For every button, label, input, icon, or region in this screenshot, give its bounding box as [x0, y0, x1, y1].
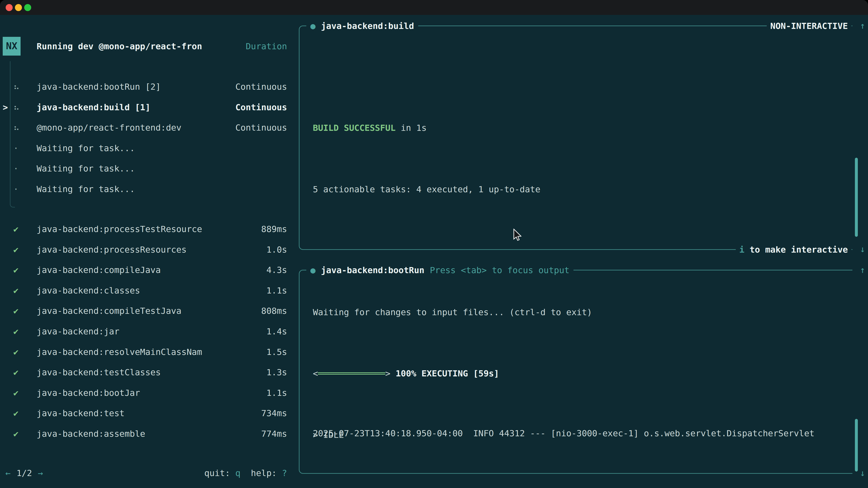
task-duration: 808ms — [261, 301, 287, 321]
task-row[interactable]: > · Waiting for task... — [0, 138, 287, 159]
task-row[interactable]: ✔ java-backend:processResources 1.0s — [0, 239, 287, 260]
task-row[interactable]: > ⠦ java-backend:bootRun [2] Continuous — [0, 76, 287, 97]
zoom-button[interactable] — [24, 4, 31, 11]
close-button[interactable] — [6, 4, 13, 11]
sidebar-footer: ← 1/2 → quit: q help: ? — [0, 463, 287, 484]
prev-page-arrow[interactable]: ← — [5, 463, 11, 484]
task-row[interactable]: ✔ java-backend:compileJava 4.3s — [0, 260, 287, 281]
task-row[interactable]: ✔ java-backend:jar 1.4s — [0, 321, 287, 342]
task-spinner-icon: ⠦ — [13, 118, 37, 138]
scroll-up-icon[interactable]: ↑ — [858, 15, 868, 36]
task-duration: 1.1s — [266, 383, 287, 403]
task-name: java-backend:jar — [37, 321, 119, 342]
scroll-up-icon[interactable]: ↑ — [858, 260, 868, 281]
task-name: java-backend:bootJar — [37, 383, 140, 403]
task-name: java-backend:assemble — [37, 424, 145, 444]
task-duration: 889ms — [261, 219, 287, 239]
task-duration: 1.5s — [266, 342, 287, 362]
task-duration: 1.3s — [266, 362, 287, 383]
task-row[interactable]: > ⠦ java-backend:build [1] Continuous — [0, 97, 287, 118]
task-duration: 4.3s — [266, 260, 287, 281]
next-page-arrow[interactable]: → — [38, 463, 43, 484]
task-name: java-backend:test — [37, 403, 125, 424]
check-icon: ✔ — [13, 239, 37, 260]
task-name: Waiting for task... — [37, 138, 135, 159]
task-name: @mono-app/react-frontend:dev — [37, 118, 182, 138]
task-name: java-backend:resolveMainClassNam — [37, 342, 202, 362]
pager: ← 1/2 → — [5, 463, 43, 484]
task-row[interactable]: ✔ java-backend:testClasses 1.3s — [0, 362, 287, 383]
scroll-down-icon[interactable]: ↓ — [858, 239, 868, 260]
bootrun-output[interactable]: 2025-07-23T13:40:18.950-04:00 INFO 44312… — [300, 270, 848, 488]
nx-tui: NX Running dev @mono-app/react-fron Dura… — [0, 15, 868, 488]
page-indicator: 1/2 — [17, 463, 32, 484]
check-icon: ✔ — [13, 424, 37, 444]
task-spinner-icon: · — [13, 158, 37, 179]
task-list-header: Running dev @mono-app/react-fron Duratio… — [0, 36, 287, 57]
task-status: Continuous — [235, 76, 287, 97]
window-titlebar[interactable] — [0, 0, 868, 15]
log-line: 2025-07-23T13:40:18.950-04:00 INFO 44312… — [313, 423, 848, 444]
task-row[interactable]: > · Waiting for task... — [0, 179, 287, 199]
quit-shortcut[interactable]: quit: q — [204, 463, 241, 484]
scroll-down-icon[interactable]: ↓ — [858, 463, 868, 484]
task-row[interactable]: ✔ java-backend:assemble 774ms — [0, 424, 287, 444]
task-row[interactable]: ✔ java-backend:test 734ms — [0, 403, 287, 424]
task-name: java-backend:build [1] — [37, 97, 150, 118]
run-command-title: Running dev @mono-app/react-fron — [37, 36, 202, 57]
task-row[interactable]: ✔ java-backend:classes 1.1s — [0, 281, 287, 301]
task-row[interactable]: ✔ java-backend:resolveMainClassNam 1.5s — [0, 342, 287, 362]
task-name: java-backend:processTestResource — [37, 219, 202, 239]
task-row[interactable]: ✔ java-backend:compileTestJava 808ms — [0, 301, 287, 321]
mouse-cursor — [513, 229, 522, 242]
build-scrollbar-thumb[interactable] — [855, 158, 858, 237]
log-lines: 2025-07-23T13:40:18.950-04:00 INFO 44312… — [313, 341, 848, 488]
quit-label: quit: — [204, 468, 230, 478]
quit-key: q — [235, 468, 241, 478]
build-success-duration: in 1s — [396, 123, 427, 133]
task-duration: 1.0s — [266, 239, 287, 260]
task-spinner-icon: ⠦ — [13, 97, 37, 118]
task-name: Waiting for task... — [37, 179, 135, 199]
task-row[interactable]: ✔ java-backend:bootJar 1.1s — [0, 383, 287, 403]
task-spinner-icon: ⠦ — [13, 76, 37, 97]
task-row[interactable]: > ⠦ @mono-app/react-frontend:dev Continu… — [0, 118, 287, 138]
interactive-hint-text: to make interactive — [744, 245, 848, 255]
task-status: Continuous — [235, 118, 287, 138]
task-status: Continuous — [235, 97, 287, 118]
task-duration: 1.4s — [266, 321, 287, 342]
build-summary-line: 5 actionable tasks: 4 executed, 1 up-to-… — [313, 179, 848, 200]
minimize-button[interactable] — [15, 4, 22, 11]
task-name: java-backend:compileJava — [37, 260, 161, 281]
build-success-label: BUILD SUCCESSFUL — [313, 123, 396, 133]
build-output-panel[interactable]: ● java-backend:build NON-INTERACTIVE BUI… — [299, 26, 852, 250]
check-icon: ✔ — [13, 383, 37, 403]
running-task-list: > ⠦ java-backend:bootRun [2] Continuous … — [0, 76, 287, 199]
check-icon: ✔ — [13, 362, 37, 383]
check-icon: ✔ — [13, 321, 37, 342]
interactive-hint-key: i — [739, 245, 745, 255]
bootrun-scrollbar-thumb[interactable] — [855, 419, 858, 471]
bootrun-output-panel[interactable]: ● java-backend:bootRun Press <tab> to fo… — [299, 270, 852, 474]
task-name: java-backend:compileTestJava — [37, 301, 182, 321]
shortcut-keys: quit: q help: ? — [204, 463, 287, 484]
check-icon: ✔ — [13, 403, 37, 424]
task-row[interactable]: ✔ java-backend:processTestResource 889ms — [0, 219, 287, 239]
completed-task-list: ✔ java-backend:processTestResource 889ms… — [0, 219, 287, 444]
check-icon: ✔ — [13, 219, 37, 239]
task-duration: 1.1s — [266, 281, 287, 301]
check-icon: ✔ — [13, 260, 37, 281]
help-shortcut[interactable]: help: ? — [251, 463, 287, 484]
task-spinner-icon: · — [13, 138, 37, 159]
build-success-line: BUILD SUCCESSFUL in 1s — [313, 118, 848, 138]
help-key: ? — [282, 468, 287, 478]
duration-column-header: Duration — [246, 36, 287, 57]
task-name: Waiting for task... — [37, 158, 135, 179]
check-icon: ✔ — [13, 281, 37, 301]
help-label: help: — [251, 468, 277, 478]
task-name: java-backend:bootRun [2] — [37, 76, 161, 97]
task-row[interactable]: > · Waiting for task... — [0, 158, 287, 179]
check-icon: ✔ — [13, 301, 37, 321]
check-icon: ✔ — [13, 342, 37, 362]
task-duration: 774ms — [261, 424, 287, 444]
